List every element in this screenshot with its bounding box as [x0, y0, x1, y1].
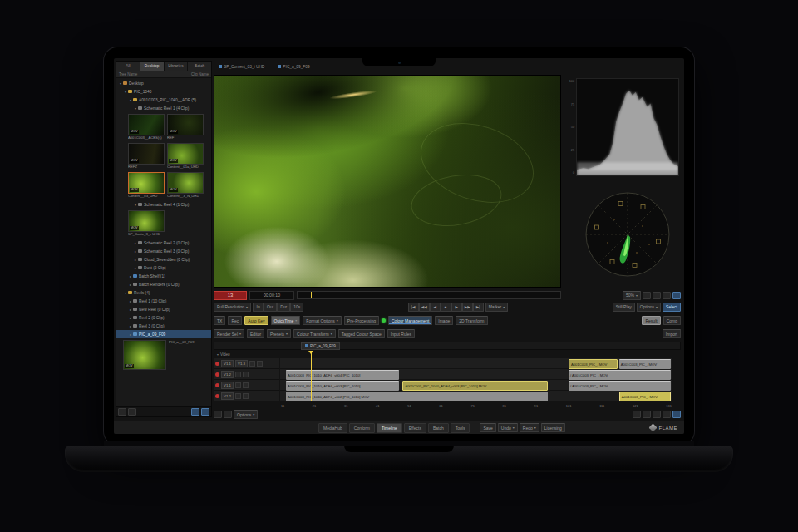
current-frame-field[interactable]: 13	[214, 291, 247, 300]
record-dot-icon[interactable]	[215, 372, 219, 377]
playback-button[interactable]: ■	[441, 303, 451, 312]
tree-row[interactable]: ▸ PIC_a_09_F09	[116, 330, 211, 338]
transform-tab[interactable]: 2D Transform	[456, 316, 487, 325]
grid-overlay-icon[interactable]	[663, 292, 671, 299]
pre-processing-button[interactable]: Pre-Processing	[344, 316, 379, 325]
select-button[interactable]: Select	[663, 303, 681, 312]
track-version-label[interactable]: V1.3	[235, 360, 248, 367]
input-rules-button[interactable]: Input Rules	[387, 329, 415, 338]
timecode-field[interactable]: 00:00:10	[249, 291, 294, 300]
playback-button[interactable]: |◀	[408, 303, 419, 312]
fit-view-icon[interactable]	[643, 292, 651, 299]
tree-row[interactable]: ▾ A001C003_PIC_1040__ADE (5)	[116, 96, 211, 104]
scroll-right-icon[interactable]	[224, 411, 232, 418]
module-tab[interactable]: MediaHub	[318, 423, 347, 433]
comp-button[interactable]: Comp	[663, 316, 681, 325]
auto-key-button[interactable]: Auto Key	[244, 316, 268, 325]
visibility-icon[interactable]	[243, 393, 249, 399]
track-header[interactable]: V1.2	[214, 391, 279, 401]
mark-button[interactable]: In	[253, 303, 264, 312]
zoom-level-button[interactable]: 50%	[623, 291, 641, 300]
visibility-icon[interactable]	[257, 361, 263, 367]
resolution-button[interactable]: Full Resolution	[214, 303, 251, 312]
timeline-clip[interactable]: A001C003_PIC_1040_ADF4_v003 [PIC_1010] M…	[402, 381, 548, 391]
presets-dropdown[interactable]: Presets	[267, 329, 291, 338]
options-button[interactable]: Options	[637, 303, 661, 312]
clip-thumbnail[interactable]: MOV A001C003__ACES(s)	[128, 114, 165, 140]
colour-management-tab[interactable]: Colour Management	[388, 316, 432, 325]
undo-button[interactable]: Undo	[498, 423, 518, 432]
list-view-icon[interactable]	[118, 408, 126, 416]
filter-icon[interactable]	[201, 408, 209, 416]
playback-button[interactable]: ▶|	[473, 303, 484, 312]
tree-row[interactable]: ▸ Schematic Reel 2 (0 Clip)	[116, 239, 211, 247]
timeline-clip[interactable]: / A001C003_PIC_. MOV	[569, 370, 671, 380]
browser-tab[interactable]: All	[116, 62, 140, 71]
module-tab[interactable]: Conform	[349, 423, 375, 433]
track-header[interactable]: V1.1 V1.3	[214, 358, 279, 369]
mark-button[interactable]: Dur	[277, 303, 290, 312]
scrub-bar[interactable]	[297, 291, 561, 299]
clip-thumbnail[interactable]: MOV Content__01a_UHD	[167, 143, 204, 170]
browser-tab[interactable]: Batch	[188, 62, 211, 71]
licensing-button[interactable]: Licensing	[541, 423, 565, 432]
timeline-clip[interactable]: A001C003_PIC_. MOV	[569, 359, 618, 369]
zoom-fit-icon[interactable]	[672, 411, 681, 418]
scroll-left-icon[interactable]	[214, 411, 222, 418]
rec-button[interactable]: Rec	[228, 316, 242, 325]
result-button[interactable]: Result	[642, 316, 660, 325]
render-selection-dropdown[interactable]: Render Sel	[214, 329, 244, 338]
lock-icon[interactable]	[235, 382, 241, 388]
import-button[interactable]: Import	[663, 329, 681, 338]
razor-icon[interactable]	[663, 411, 671, 418]
module-tab[interactable]: Effects	[404, 423, 426, 433]
codec-dropdown[interactable]: QuickTime	[271, 316, 301, 325]
tree-row[interactable]: ▾ Schematic Reel 1 (4 Clip)	[116, 104, 211, 112]
track-header[interactable]: V1.1	[214, 380, 279, 391]
selected-clip-preview[interactable]: MOV PIC_a__09_F09	[116, 338, 211, 370]
tree-name-column[interactable]: Tree Name	[119, 72, 137, 76]
playback-button[interactable]: ◀◀	[419, 303, 430, 312]
marker-button[interactable]: Marker	[485, 303, 509, 312]
timeline-clip[interactable]: / A001C003_PIC_. MOV	[569, 381, 671, 391]
clip-thumbnail[interactable]: MOV Content__03_UHD	[128, 172, 165, 199]
record-dot-icon[interactable]	[215, 394, 219, 398]
clip-name-column[interactable]: Clip Name	[191, 72, 209, 76]
tree-row[interactable]: ▾ Schematic Reel 4 (1 Clip)	[116, 200, 211, 209]
image-viewer[interactable]	[214, 75, 561, 288]
tree-row[interactable]: ▸ Batch Renders (0 Clip)	[116, 280, 211, 288]
tree-row[interactable]: ▸ Batch Shelf (1)	[116, 272, 211, 280]
viewer-tab-left[interactable]: SP_Content_03_i UHD	[219, 65, 264, 69]
still-play-button[interactable]: Still Play	[613, 303, 635, 312]
tree-row[interactable]: ▸ Cloud_Severdden (0 Clip)	[116, 255, 211, 264]
snap-icon[interactable]	[633, 411, 641, 418]
editor-button[interactable]: Editor	[247, 329, 264, 338]
proxy-toggle-icon[interactable]	[191, 408, 200, 416]
colour-transform-dropdown[interactable]: Colour Transform	[293, 329, 336, 338]
lock-icon[interactable]	[235, 372, 241, 377]
module-tab[interactable]: Tools	[451, 423, 470, 433]
record-dot-icon[interactable]	[215, 362, 219, 366]
scopes-toggle-icon[interactable]	[672, 292, 681, 299]
browser-tab[interactable]: Libraries	[165, 62, 188, 71]
timeline-clip[interactable]: A001C003_PIC_. MOV	[619, 359, 671, 369]
video-group-header[interactable]: ▾ Video	[214, 351, 681, 357]
tx-button[interactable]: TX	[214, 316, 225, 325]
timeline-clip[interactable]: A001C003_PIC_1010_ADF4_v003 [PIC_1010]	[286, 381, 399, 391]
tree-row[interactable]: ▾ PIC_1040	[116, 87, 211, 96]
visibility-icon[interactable]	[243, 382, 249, 388]
timeline-options-button[interactable]: Options	[234, 410, 258, 419]
playback-button[interactable]: ◀	[430, 303, 441, 312]
lock-icon[interactable]	[235, 393, 241, 399]
timeline-lane[interactable]: A001C003_PIC_. MOV A001C003_PIC_. MOV A0…	[280, 358, 672, 401]
timeline-playhead[interactable]	[311, 351, 312, 401]
clip-thumbnail[interactable]: MOV REF	[167, 114, 204, 140]
redo-button[interactable]: Redo	[520, 423, 539, 432]
timeline-clip[interactable]: A001C003_PIC_1040_ADF4_v002 [PIC_1010] M…	[286, 392, 548, 401]
tree-row[interactable]: ▸ Reel 1 (10 Clip)	[116, 297, 211, 305]
clip-thumbnail[interactable]: MOV SP_Conte_3_c UHD	[128, 210, 165, 237]
waveform-scope[interactable]	[576, 78, 679, 176]
tree-row[interactable]: ▾ Reels (4)	[116, 288, 211, 297]
tagged-colour-space-button[interactable]: Tagged Colour Space	[338, 329, 385, 338]
mark-button[interactable]: 10s	[290, 303, 303, 312]
